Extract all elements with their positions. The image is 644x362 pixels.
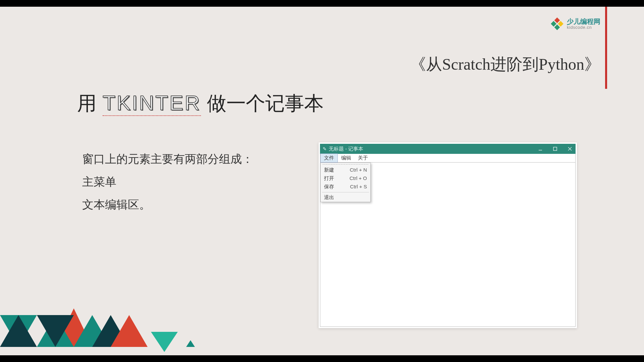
svg-marker-7 <box>37 315 74 347</box>
title-tkinter: TKINTER <box>103 91 201 116</box>
title-suffix: 做一个记事本 <box>207 90 324 117</box>
maximize-icon[interactable] <box>552 146 558 152</box>
svg-marker-9 <box>74 315 111 347</box>
menu-file[interactable]: 文件 <box>320 154 338 163</box>
accent-bar <box>605 7 607 89</box>
svg-rect-1 <box>553 147 557 150</box>
svg-marker-8 <box>37 315 74 347</box>
notepad-title: 无标题 - 记事本 <box>329 146 363 152</box>
dropdown-exit[interactable]: 退出 <box>321 193 370 202</box>
dropdown-save[interactable]: 保存 Ctrl + S <box>321 183 370 191</box>
body-text: 窗口上的元素主要有两部分组成： 主菜单 文本编辑区。 <box>82 147 253 216</box>
decorative-triangles <box>0 288 201 355</box>
title-prefix: 用 <box>77 90 97 117</box>
body-line-2: 主菜单 <box>82 170 253 193</box>
svg-marker-5 <box>0 315 37 347</box>
slide-title: 用 TKINTER 做一个记事本 <box>77 90 324 117</box>
svg-marker-4 <box>0 315 37 347</box>
close-icon[interactable] <box>567 146 573 152</box>
body-line-1: 窗口上的元素主要有两部分组成： <box>82 147 253 170</box>
menu-about[interactable]: 关于 <box>355 154 371 162</box>
logo-main-text: 少儿编程网 <box>567 18 600 25</box>
course-title: 《从Scratch进阶到Python》 <box>410 54 600 75</box>
notepad-titlebar: ✎ 无标题 - 记事本 <box>320 144 576 154</box>
logo-sub-text: kidscode.cn <box>567 25 600 30</box>
notepad-textarea[interactable]: 新建 Ctrl + N 打开 Ctrl + O 保存 Ctrl + S 退出 <box>320 163 576 327</box>
brand-logo: 少儿编程网 kidscode.cn <box>550 17 600 31</box>
minimize-icon[interactable] <box>537 146 543 152</box>
notepad-screenshot: ✎ 无标题 - 记事本 文件 编辑 关于 <box>319 142 577 328</box>
svg-marker-13 <box>186 340 195 347</box>
notepad-menubar: 文件 编辑 关于 <box>320 154 576 163</box>
dropdown-open[interactable]: 打开 Ctrl + O <box>321 174 370 183</box>
file-dropdown: 新建 Ctrl + N 打开 Ctrl + O 保存 Ctrl + S 退出 <box>320 163 371 202</box>
dropdown-new[interactable]: 新建 Ctrl + N <box>321 166 370 174</box>
svg-marker-11 <box>111 315 148 347</box>
body-line-3: 文本编辑区。 <box>82 193 253 216</box>
svg-marker-6 <box>55 308 92 347</box>
svg-marker-12 <box>151 332 178 352</box>
slide: 少儿编程网 kidscode.cn 《从Scratch进阶到Python》 用 … <box>0 7 644 355</box>
feather-icon: ✎ <box>323 146 327 152</box>
logo-icon <box>550 17 564 31</box>
menu-edit[interactable]: 编辑 <box>338 154 355 162</box>
svg-marker-10 <box>92 315 129 347</box>
